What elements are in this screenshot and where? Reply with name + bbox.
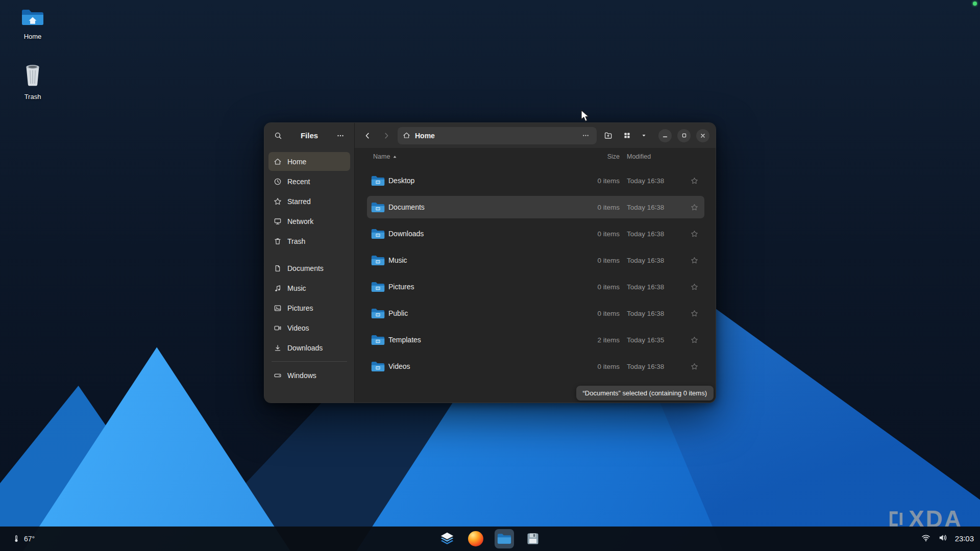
taskbar: 67°	[0, 527, 980, 551]
clock[interactable]: 23∶03	[955, 534, 974, 543]
file-modified: Today 16∶38	[620, 230, 684, 238]
star-toggle[interactable]	[684, 283, 704, 291]
folder-icon	[367, 281, 388, 293]
sidebar-item-network[interactable]: Network	[268, 212, 350, 231]
folder-icon	[367, 174, 388, 187]
firefox-icon	[468, 531, 483, 546]
star-icon	[274, 197, 282, 206]
star-toggle[interactable]	[684, 310, 704, 317]
desktop-icon-label: Trash	[24, 93, 41, 101]
sidebar-item-starred[interactable]: Starred	[268, 192, 350, 211]
file-size: 0 items	[569, 283, 620, 291]
sidebar-item-recent[interactable]: Recent	[268, 172, 350, 191]
new-folder-button[interactable]	[600, 128, 616, 143]
sidebar-item-label: Recent	[287, 178, 310, 186]
sidebar-menu-button[interactable]	[333, 128, 348, 143]
sidebar-item-trash[interactable]: Trash	[268, 232, 350, 251]
files-folder-icon	[497, 532, 512, 545]
file-row-desktop[interactable]: Desktop 0 items Today 16∶38	[367, 169, 704, 192]
sidebar-item-label: Windows	[287, 371, 316, 380]
music-note-icon	[274, 284, 282, 292]
taskbar-app-firefox[interactable]	[466, 529, 485, 548]
app-title: Files	[286, 131, 333, 140]
star-toggle[interactable]	[684, 257, 704, 264]
view-grid-button[interactable]	[619, 128, 634, 143]
weather-icon	[12, 535, 20, 543]
sidebar-divider	[272, 361, 347, 362]
back-button[interactable]	[360, 128, 375, 143]
folder-icon	[367, 254, 388, 267]
wifi-icon[interactable]	[921, 533, 930, 544]
taskbar-apps	[437, 529, 543, 548]
taskbar-app-text-editor[interactable]	[523, 529, 543, 548]
sidebar-item-label: Pictures	[287, 304, 313, 312]
sidebar-item-pictures[interactable]: Pictures	[268, 298, 350, 317]
home-icon	[403, 132, 410, 139]
download-icon	[274, 344, 282, 352]
desktop-icon-home[interactable]: Home	[13, 7, 52, 40]
file-row-videos[interactable]: Videos 0 items Today 16∶38	[367, 355, 704, 378]
file-list: Desktop 0 items Today 16∶38 Documents 0 …	[355, 165, 716, 382]
current-location: Home	[415, 132, 575, 140]
file-modified: Today 16∶38	[620, 256, 684, 264]
sidebar-item-videos[interactable]: Videos	[268, 318, 350, 337]
forward-button[interactable]	[379, 128, 394, 143]
file-name: Music	[388, 256, 569, 264]
file-row-pictures[interactable]: Pictures 0 items Today 16∶38	[367, 276, 704, 298]
files-window: Files Home Recent Starred Network	[264, 122, 716, 403]
path-bar[interactable]: Home	[398, 127, 597, 144]
file-name: Documents	[388, 203, 569, 211]
volume-icon[interactable]	[938, 533, 947, 544]
sidebar-item-downloads[interactable]: Downloads	[268, 338, 350, 357]
weather-widget[interactable]: 67°	[12, 535, 35, 543]
video-camera-icon	[274, 324, 282, 332]
home-icon	[274, 158, 282, 166]
layers-icon	[439, 531, 455, 546]
star-toggle[interactable]	[684, 230, 704, 238]
home-folder-icon	[20, 7, 45, 30]
taskbar-app-files[interactable]	[495, 529, 514, 548]
file-size: 0 items	[569, 363, 620, 370]
star-toggle[interactable]	[684, 177, 704, 185]
file-modified: Today 16∶38	[620, 283, 684, 291]
document-icon	[274, 264, 282, 272]
file-list-pane: Home	[355, 123, 716, 403]
file-modified: Today 16∶38	[620, 203, 684, 211]
folder-icon	[367, 360, 388, 373]
folder-icon	[367, 228, 388, 240]
file-row-documents[interactable]: Documents 0 items Today 16∶38	[367, 196, 704, 218]
file-modified: Today 16∶38	[620, 309, 684, 317]
file-name: Desktop	[388, 177, 569, 185]
file-size: 0 items	[569, 177, 620, 185]
file-row-downloads[interactable]: Downloads 0 items Today 16∶38	[367, 222, 704, 245]
sidebar-item-home[interactable]: Home	[268, 152, 350, 171]
column-header-name[interactable]: Name	[367, 153, 569, 160]
hard-drive-icon	[274, 371, 282, 380]
sidebar-section-gap	[264, 252, 354, 258]
xda-logo-icon	[886, 510, 904, 528]
file-size: 0 items	[569, 257, 620, 264]
folder-icon	[367, 307, 388, 320]
minimize-button[interactable]	[658, 129, 672, 142]
path-menu-button[interactable]	[579, 130, 592, 142]
taskbar-app-layers[interactable]	[437, 529, 457, 548]
sidebar-item-windows-drive[interactable]: Windows	[268, 366, 350, 385]
sidebar-item-music[interactable]: Music	[268, 279, 350, 297]
star-toggle[interactable]	[684, 336, 704, 344]
recording-indicator-dot	[973, 2, 977, 6]
sidebar-item-label: Downloads	[287, 344, 323, 352]
column-header-size[interactable]: Size	[569, 153, 620, 160]
view-options-dropdown[interactable]	[638, 128, 649, 143]
file-row-music[interactable]: Music 0 items Today 16∶38	[367, 249, 704, 271]
star-toggle[interactable]	[684, 363, 704, 370]
close-button[interactable]	[696, 129, 709, 142]
sidebar-item-documents[interactable]: Documents	[268, 259, 350, 278]
sidebar-item-label: Documents	[287, 264, 324, 272]
column-header-modified[interactable]: Modified	[620, 153, 684, 160]
star-toggle[interactable]	[684, 204, 704, 211]
file-row-templates[interactable]: Templates 2 items Today 16∶35	[367, 329, 704, 351]
file-row-public[interactable]: Public 0 items Today 16∶38	[367, 302, 704, 324]
maximize-button[interactable]	[677, 129, 691, 142]
desktop-icon-trash[interactable]: Trash	[13, 62, 52, 101]
search-button[interactable]	[271, 128, 286, 143]
